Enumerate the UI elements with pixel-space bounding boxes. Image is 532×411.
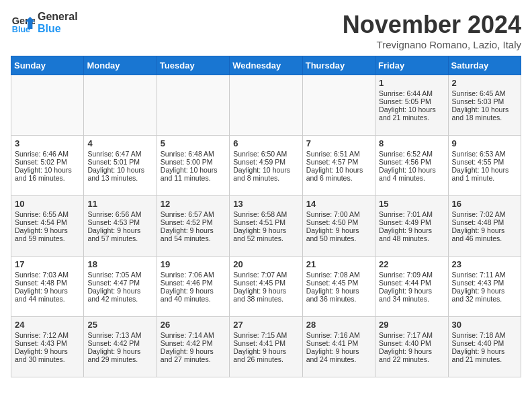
calendar-cell: 29Sunrise: 7:17 AMSunset: 4:40 PMDayligh… bbox=[375, 317, 448, 377]
day-info: Daylight: 9 hours bbox=[15, 226, 80, 234]
day-info: Sunrise: 7:05 AM bbox=[87, 271, 152, 279]
day-number: 4 bbox=[87, 138, 152, 148]
day-info: Daylight: 10 hours bbox=[87, 166, 152, 174]
weekday-header-friday: Friday bbox=[375, 56, 448, 75]
day-info: and 4 minutes. bbox=[379, 174, 444, 182]
day-info: Sunrise: 7:01 AM bbox=[379, 210, 444, 218]
day-info: Sunrise: 6:57 AM bbox=[161, 210, 226, 218]
day-number: 20 bbox=[233, 259, 298, 269]
day-info: and 59 minutes. bbox=[15, 234, 80, 242]
day-info: Sunset: 4:48 PM bbox=[452, 218, 517, 226]
day-info: Sunrise: 7:15 AM bbox=[233, 331, 298, 339]
calendar-cell: 9Sunrise: 6:53 AMSunset: 4:55 PMDaylight… bbox=[448, 136, 521, 196]
day-number: 29 bbox=[379, 320, 444, 330]
calendar-cell: 14Sunrise: 7:00 AMSunset: 4:50 PMDayligh… bbox=[302, 196, 375, 257]
day-info: Daylight: 9 hours bbox=[452, 226, 517, 234]
day-number: 13 bbox=[233, 199, 298, 209]
day-info: Sunrise: 6:44 AM bbox=[379, 89, 444, 97]
day-info: Daylight: 10 hours bbox=[379, 166, 444, 174]
day-number: 2 bbox=[452, 78, 517, 88]
day-info: Sunset: 5:05 PM bbox=[379, 97, 444, 105]
calendar-cell: 20Sunrise: 7:07 AMSunset: 4:45 PMDayligh… bbox=[230, 257, 302, 317]
day-info: Sunset: 4:40 PM bbox=[452, 339, 517, 347]
day-info: Sunset: 4:48 PM bbox=[15, 279, 80, 287]
day-number: 3 bbox=[15, 138, 80, 148]
day-number: 17 bbox=[15, 259, 80, 269]
day-info: Daylight: 9 hours bbox=[452, 287, 517, 295]
day-info: and 40 minutes. bbox=[161, 295, 226, 303]
day-number: 25 bbox=[87, 320, 152, 330]
day-info: Sunrise: 7:00 AM bbox=[306, 210, 371, 218]
day-info: Daylight: 9 hours bbox=[233, 226, 298, 234]
day-info: Daylight: 9 hours bbox=[452, 347, 517, 355]
day-info: Sunrise: 6:47 AM bbox=[87, 150, 152, 158]
day-info: and 44 minutes. bbox=[15, 295, 80, 303]
day-info: Daylight: 9 hours bbox=[87, 226, 152, 234]
day-info: Daylight: 9 hours bbox=[379, 347, 444, 355]
day-info: Daylight: 10 hours bbox=[306, 166, 371, 174]
day-number: 10 bbox=[15, 199, 80, 209]
day-info: Daylight: 9 hours bbox=[15, 287, 80, 295]
day-info: and 54 minutes. bbox=[161, 234, 226, 242]
day-info: Sunset: 4:44 PM bbox=[379, 279, 444, 287]
day-info: Sunrise: 6:51 AM bbox=[306, 150, 371, 158]
day-info: and 13 minutes. bbox=[87, 174, 152, 182]
week-row-1: 1Sunrise: 6:44 AMSunset: 5:05 PMDaylight… bbox=[11, 75, 521, 136]
weekday-header-thursday: Thursday bbox=[302, 56, 375, 75]
day-number: 28 bbox=[306, 320, 371, 330]
day-info: Daylight: 9 hours bbox=[87, 347, 152, 355]
calendar-cell: 17Sunrise: 7:03 AMSunset: 4:48 PMDayligh… bbox=[11, 257, 84, 317]
day-info: Sunset: 4:53 PM bbox=[87, 218, 152, 226]
calendar-cell bbox=[157, 75, 229, 136]
location: Trevignano Romano, Lazio, Italy bbox=[343, 39, 521, 50]
day-info: and 46 minutes. bbox=[452, 234, 517, 242]
calendar-cell: 11Sunrise: 6:56 AMSunset: 4:53 PMDayligh… bbox=[84, 196, 157, 257]
weekday-header-monday: Monday bbox=[84, 56, 157, 75]
day-info: and 34 minutes. bbox=[379, 295, 444, 303]
day-info: and 18 minutes. bbox=[452, 113, 517, 122]
calendar-cell: 15Sunrise: 7:01 AMSunset: 4:49 PMDayligh… bbox=[375, 196, 448, 257]
day-info: Sunset: 4:46 PM bbox=[161, 279, 226, 287]
day-info: Sunrise: 7:07 AM bbox=[233, 271, 298, 279]
logo-general: General bbox=[38, 11, 78, 23]
day-info: Sunrise: 7:09 AM bbox=[379, 271, 444, 279]
day-info: and 24 minutes. bbox=[306, 355, 371, 363]
day-info: Sunset: 5:02 PM bbox=[15, 158, 80, 166]
day-info: Sunrise: 6:53 AM bbox=[452, 150, 517, 158]
weekday-header-wednesday: Wednesday bbox=[230, 56, 302, 75]
day-info: and 48 minutes. bbox=[379, 234, 444, 242]
day-info: and 16 minutes. bbox=[15, 174, 80, 182]
day-info: Sunset: 4:42 PM bbox=[161, 339, 226, 347]
day-info: Sunset: 4:52 PM bbox=[161, 218, 226, 226]
calendar-cell: 24Sunrise: 7:12 AMSunset: 4:43 PMDayligh… bbox=[11, 317, 84, 377]
day-info: Daylight: 10 hours bbox=[15, 166, 80, 174]
day-number: 19 bbox=[161, 259, 226, 269]
day-info: and 1 minute. bbox=[452, 174, 517, 182]
calendar-cell: 21Sunrise: 7:08 AMSunset: 4:45 PMDayligh… bbox=[302, 257, 375, 317]
day-number: 16 bbox=[452, 199, 517, 209]
day-number: 24 bbox=[15, 320, 80, 330]
week-row-3: 10Sunrise: 6:55 AMSunset: 4:54 PMDayligh… bbox=[11, 196, 521, 257]
day-info: Daylight: 9 hours bbox=[161, 287, 226, 295]
day-info: Sunrise: 6:58 AM bbox=[233, 210, 298, 218]
day-info: Sunset: 4:50 PM bbox=[306, 218, 371, 226]
day-info: and 38 minutes. bbox=[233, 295, 298, 303]
day-info: Sunrise: 6:55 AM bbox=[15, 210, 80, 218]
page-header: General Blue General Blue November 2024 … bbox=[11, 11, 521, 50]
day-number: 14 bbox=[306, 199, 371, 209]
day-number: 1 bbox=[379, 78, 444, 88]
day-info: Daylight: 9 hours bbox=[306, 226, 371, 234]
day-info: Daylight: 9 hours bbox=[161, 347, 226, 355]
day-info: and 22 minutes. bbox=[379, 355, 444, 363]
day-info: Sunset: 5:01 PM bbox=[87, 158, 152, 166]
logo-blue: Blue bbox=[38, 23, 78, 35]
weekday-header-sunday: Sunday bbox=[11, 56, 84, 75]
day-info: Daylight: 9 hours bbox=[87, 287, 152, 295]
calendar-cell: 6Sunrise: 6:50 AMSunset: 4:59 PMDaylight… bbox=[230, 136, 302, 196]
day-info: Sunset: 4:42 PM bbox=[87, 339, 152, 347]
day-info: and 8 minutes. bbox=[233, 174, 298, 182]
day-info: Sunset: 5:00 PM bbox=[161, 158, 226, 166]
day-info: Sunrise: 6:46 AM bbox=[15, 150, 80, 158]
day-number: 6 bbox=[233, 138, 298, 148]
calendar-cell: 28Sunrise: 7:16 AMSunset: 4:41 PMDayligh… bbox=[302, 317, 375, 377]
